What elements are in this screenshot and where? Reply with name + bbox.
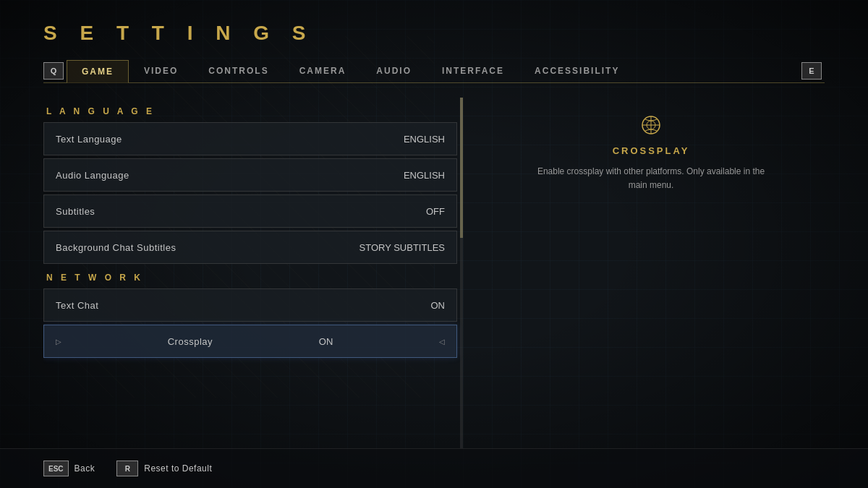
crossplay-arrow-left: ▷ — [56, 338, 61, 346]
setting-label-text-language: Text Language — [56, 134, 122, 145]
header: S E T T I N G S Q GAME VIDEO CONTROLS CA… — [0, 0, 868, 83]
setting-value-background-chat-subtitles: STORY SUBTITLES — [359, 242, 446, 253]
language-section-heading: L A N G U A G E — [43, 106, 457, 116]
setting-value-audio-language: ENGLISH — [404, 170, 445, 181]
crossplay-arrow-right: ◁ — [439, 338, 445, 346]
setting-row-audio-language[interactable]: Audio Language ENGLISH — [43, 158, 457, 192]
tab-controls[interactable]: CONTROLS — [193, 59, 284, 82]
setting-value-crossplay: ON — [319, 336, 333, 347]
prev-tab-key[interactable]: Q — [43, 62, 64, 80]
setting-row-background-chat-subtitles[interactable]: Background Chat Subtitles STORY SUBTITLE… — [43, 231, 457, 264]
info-panel-title: CROSSPLAY — [613, 145, 690, 156]
info-panel: CROSSPLAY Enable crossplay with other pl… — [477, 98, 825, 448]
scrollbar-thumb — [460, 98, 463, 238]
back-key-badge: ESC — [43, 461, 69, 476]
setting-label-audio-language: Audio Language — [56, 170, 129, 181]
network-section-heading: N E T W O R K — [43, 273, 457, 283]
reset-action[interactable]: R Reset to Default — [116, 461, 212, 476]
tab-audio[interactable]: AUDIO — [361, 59, 427, 82]
page-title: S E T T I N G S — [43, 22, 825, 45]
main-content: L A N G U A G E Text Language ENGLISH Au… — [0, 83, 868, 448]
setting-row-text-chat[interactable]: Text Chat ON — [43, 288, 457, 322]
tab-game[interactable]: GAME — [67, 60, 129, 83]
footer: ESC Back R Reset to Default — [0, 448, 868, 488]
info-panel-description: Enable crossplay with other platforms. O… — [528, 165, 774, 192]
setting-label-subtitles: Subtitles — [56, 206, 95, 217]
back-action[interactable]: ESC Back — [43, 461, 95, 476]
setting-row-subtitles[interactable]: Subtitles OFF — [43, 194, 457, 228]
setting-row-crossplay[interactable]: ▷ Crossplay ON ◁ — [43, 325, 457, 358]
tab-camera[interactable]: CAMERA — [284, 59, 362, 82]
reset-key-badge: R — [116, 461, 138, 476]
tab-video[interactable]: VIDEO — [129, 59, 193, 82]
tab-bar: Q GAME VIDEO CONTROLS CAMERA AUDIO INTER… — [43, 59, 825, 83]
scrollbar[interactable] — [460, 98, 463, 448]
setting-row-text-language[interactable]: Text Language ENGLISH — [43, 122, 457, 155]
settings-scroll: L A N G U A G E Text Language ENGLISH Au… — [43, 98, 463, 448]
tab-interface[interactable]: INTERFACE — [427, 59, 519, 82]
next-tab-key[interactable]: E — [801, 62, 822, 80]
setting-label-crossplay: Crossplay — [168, 336, 213, 347]
setting-value-text-chat: ON — [431, 300, 446, 311]
back-label: Back — [75, 463, 95, 474]
crossplay-icon — [638, 112, 664, 138]
setting-value-text-language: ENGLISH — [404, 134, 445, 145]
reset-label: Reset to Default — [144, 463, 212, 474]
settings-panel: L A N G U A G E Text Language ENGLISH Au… — [43, 98, 463, 448]
setting-label-background-chat-subtitles: Background Chat Subtitles — [56, 242, 176, 253]
setting-label-text-chat: Text Chat — [56, 300, 98, 311]
tab-accessibility[interactable]: ACCESSIBILITY — [519, 59, 634, 82]
setting-value-subtitles: OFF — [426, 206, 445, 217]
